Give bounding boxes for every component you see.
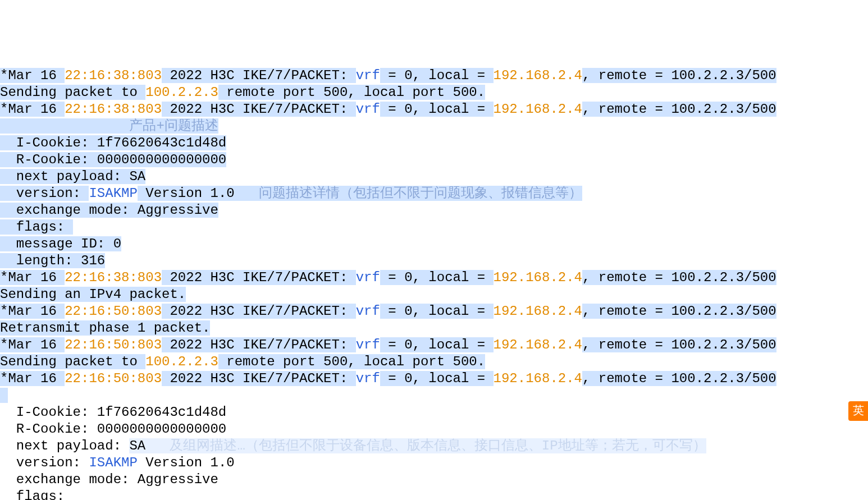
log-line: exchange mode: Aggressive: [0, 471, 868, 488]
ghost-env-hint: 及组网描述…（包括但不限于设备信息、版本信息、接口信息、IP地址等；若无，可不写…: [145, 438, 706, 453]
vrf-keyword: vrf: [356, 102, 380, 117]
log-line: Sending an IPv4 packet.: [0, 286, 868, 303]
log-line: Sending packet to 100.2.2.3 remote port …: [0, 84, 868, 101]
timestamp: 22:16:50:803: [65, 371, 162, 386]
log-line: R-Cookie: 0000000000000000: [0, 421, 868, 438]
local-ip: 192.168.2.4: [494, 270, 582, 285]
ime-label: 英: [853, 404, 864, 418]
timestamp: 22:16:38:803: [65, 270, 162, 285]
log-line: *Mar 16 22:16:38:803 2022 H3C IKE/7/PACK…: [0, 67, 868, 84]
local-ip: 192.168.2.4: [494, 304, 582, 319]
vrf-keyword: vrf: [356, 304, 380, 319]
log-line: R-Cookie: 0000000000000000: [0, 152, 868, 168]
vrf-keyword: vrf: [356, 68, 380, 83]
terminal-log: *Mar 16 22:16:38:803 2022 H3C IKE/7/PACK…: [0, 67, 868, 500]
log-line: *Mar 16 22:16:50:803 2022 H3C IKE/7/PACK…: [0, 303, 868, 320]
log-line: flags:: [0, 488, 868, 500]
ghost-body-hint: 问题描述详情（包括但不限于问题现象、报错信息等）: [235, 186, 582, 201]
local-ip: 192.168.2.4: [494, 68, 582, 83]
vrf-keyword: vrf: [356, 270, 380, 285]
local-ip: 192.168.2.4: [494, 102, 582, 117]
log-line: Sending packet to 100.2.2.3 remote port …: [0, 354, 868, 370]
remote-ip: 100.2.2.3: [145, 85, 218, 100]
log-line: I-Cookie: 1f76620643c1d48d: [0, 135, 868, 152]
log-line: length: 316: [0, 253, 868, 269]
log-line: *Mar 16 22:16:38:803 2022 H3C IKE/7/PACK…: [0, 269, 868, 286]
log-line: *Mar 16 22:16:50:803 2022 H3C IKE/7/PACK…: [0, 337, 868, 354]
local-ip: 192.168.2.4: [494, 371, 582, 386]
sa-selected: SA: [129, 438, 145, 453]
timestamp: 22:16:38:803: [65, 68, 162, 83]
timestamp: 22:16:38:803: [65, 102, 162, 117]
remote-ip: 100.2.2.3: [145, 354, 218, 369]
log-line: 产品+问题描述: [0, 118, 868, 135]
log-line: *Mar 16 22:16:38:803 2022 H3C IKE/7/PACK…: [0, 101, 868, 118]
log-line: next payload: SA 及组网描述…（包括但不限于设备信息、版本信息、…: [0, 438, 868, 455]
log-line: next payload: SA: [0, 168, 868, 185]
log-line: version: ISAKMP Version 1.0: [0, 455, 868, 471]
log-line: I-Cookie: 1f76620643c1d48d: [0, 404, 868, 421]
ime-widget[interactable]: 英: [848, 401, 868, 421]
vrf-keyword: vrf: [356, 337, 380, 352]
log-line: Retransmit phase 1 packet.: [0, 320, 868, 337]
timestamp: 22:16:50:803: [65, 304, 162, 319]
log-line: [0, 387, 868, 404]
local-ip: 192.168.2.4: [494, 337, 582, 352]
log-line: flags:: [0, 219, 868, 236]
isakmp-keyword: ISAKMP: [89, 186, 137, 201]
log-line: version: ISAKMP Version 1.0 问题描述详情（包括但不限…: [0, 185, 868, 202]
log-line: message ID: 0: [0, 236, 868, 253]
isakmp-keyword: ISAKMP: [89, 455, 137, 470]
vrf-keyword: vrf: [356, 371, 380, 386]
log-line: *Mar 16 22:16:50:803 2022 H3C IKE/7/PACK…: [0, 370, 868, 387]
timestamp: 22:16:50:803: [65, 337, 162, 352]
log-line: exchange mode: Aggressive: [0, 202, 868, 219]
ghost-title-hint: 产品+问题描述: [129, 118, 218, 134]
